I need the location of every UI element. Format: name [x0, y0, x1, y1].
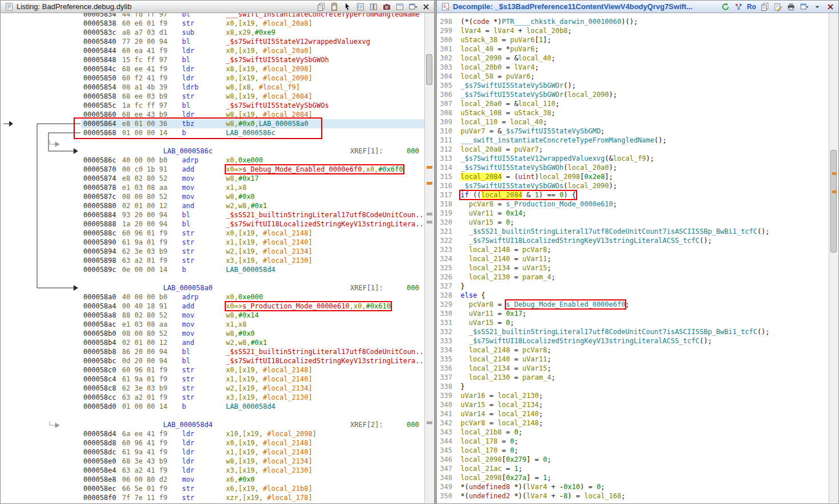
decompile-line[interactable]: 348 local_2098[0x27a] = 1;: [437, 473, 829, 482]
cursor-icon[interactable]: [342, 1, 352, 12]
listing-instruction-row[interactable]: 000058b886 20 00 94bl_$sSS21_builtinStri…: [81, 347, 424, 356]
decompile-line[interactable]: 319 uVar11 = 0x14;: [437, 209, 829, 218]
listing-instruction-row[interactable]: 000058d860 96 41 f9ldrx0,[x19, #local_21…: [81, 438, 424, 448]
decompile-line[interactable]: 305 _$s7SwiftUI5StateVySbGWOr();: [437, 81, 829, 90]
decompile-line[interactable]: 315 local_2084 = (uint)local_2098[0x2e8]…: [437, 172, 829, 181]
listing-instruction-row[interactable]: 0000587c08 00 80 52movw8,#0x0: [81, 192, 424, 201]
listing-instruction-row[interactable]: 000058a400 40 18 91addx0=>s_Production_M…: [81, 302, 424, 311]
listing-instruction-row[interactable]: 000058b008 00 80 52movw8,#0x0: [81, 329, 424, 338]
listing-titlebar[interactable]: Listing: BadPreference.debug.dylib: [1, 1, 434, 13]
snapshot-icon[interactable]: [381, 1, 392, 12]
listing-instruction-row[interactable]: 0000588493 20 00 94bl_$sSS21_builtinStri…: [81, 210, 424, 220]
decompile-line[interactable]: 321 _$sSS21_builtinStringLiteral17utf8Co…: [437, 227, 829, 236]
decompile-line[interactable]: 299 lVar4 = lVar4 + local_20b8;: [437, 26, 829, 35]
decompile-scrollbar-thumb[interactable]: [830, 150, 837, 253]
decompile-line[interactable]: 312 local_20a8 = puVar7;: [437, 145, 829, 154]
decompile-line[interactable]: 349 *(undefined8 *)(lVar4 + -0x10) = 0;: [437, 482, 829, 491]
listing-instruction-row[interactable]: 000058dc61 9a 41 f9ldrx1,[x19, #local_21…: [81, 448, 424, 457]
listing-instruction-row[interactable]: 0000583444 fd ff 97bl___swift_instantiat…: [81, 13, 424, 19]
decompile-line[interactable]: 306 _$s7SwiftUI5StateVySbGWOr(local_2090…: [437, 90, 829, 99]
listing-instruction-row[interactable]: 0000587000 c0 1b 91addx0=>s_Debug_Mode_E…: [81, 165, 424, 174]
listing-instruction-row[interactable]: 0000586801 00 00 14bLAB_0000586c: [81, 128, 424, 137]
decompile-line[interactable]: 339 uVar16 = local_2130;: [437, 391, 829, 400]
decompile-line[interactable]: 350 *(undefined2 *)(lVar4 + -8) = local_…: [437, 491, 829, 501]
paste-icon[interactable]: [329, 1, 339, 12]
listing-instruction-row[interactable]: 000058b402 01 00 12andw2,w8,#0x1: [81, 338, 424, 347]
decompile-line[interactable]: 325 local_2134 = uVar15;: [437, 263, 829, 273]
decompile-line[interactable]: 307 local_20a0 = &local_110;: [437, 99, 829, 108]
listing-instruction-row[interactable]: 000058a040 00 00 b0adrpx0,0xe000: [81, 292, 424, 302]
decompile-line[interactable]: 336 local_2134 = uVar15;: [437, 364, 829, 373]
close-icon[interactable]: [825, 1, 836, 12]
decompile-line[interactable]: 316 _$s7SwiftUI5StateVySbGWOs(local_2090…: [437, 181, 829, 190]
decompile-line[interactable]: 323 local_2148 = pcVar8;: [437, 245, 829, 254]
close-icon[interactable]: [420, 1, 431, 12]
toggle-header-icon[interactable]: [394, 1, 405, 12]
copy-icon[interactable]: [759, 1, 770, 12]
decompile-line[interactable]: 327 }: [437, 282, 829, 291]
listing-instruction-row[interactable]: 000058c461 9a 01 f9strx1,[x19, #local_21…: [81, 375, 424, 384]
decompile-line[interactable]: 343 local_21b8 = 0;: [437, 428, 829, 437]
listing-instruction-row[interactable]: 000058a888 02 80 52movw8,#0x14: [81, 311, 424, 320]
decompile-line[interactable]: 335 local_2140 = uVar11;: [437, 355, 829, 364]
listing-instruction-row[interactable]: 000058c862 3e 03 b9strw2,[x19, #local_21…: [81, 384, 424, 393]
decompile-line[interactable]: 347 local_21ac = 1;: [437, 464, 829, 473]
listing-instruction-row[interactable]: 0000584c68 ee 41 f9ldrx8,[x19, #local_20…: [81, 64, 424, 74]
ro-button[interactable]: Ro: [746, 1, 757, 12]
listing-instruction-row[interactable]: 000058e806 00 80 d2movx6,#0x0: [81, 475, 424, 484]
decompile-line[interactable]: 304 local_58 = puVar6;: [437, 72, 829, 81]
decompile-scrollbar[interactable]: [829, 13, 838, 503]
decompile-line[interactable]: 311 ___swift_instantiateConcreteTypeFrom…: [437, 136, 829, 145]
listing-instruction-row[interactable]: 0000585408 a1 4b 39ldrbw8,[x8, #local_f9…: [81, 83, 424, 92]
listing-instruction-row[interactable]: 0000589c0e 00 00 14bLAB_000058d4: [81, 265, 424, 274]
decompile-line[interactable]: 326 local_2130 = param_4;: [437, 273, 829, 282]
graph-icon[interactable]: [733, 1, 744, 12]
decompile-line[interactable]: 322 _$s7SwiftUI18LocalizedStringKeyV13st…: [437, 236, 829, 245]
decompile-line[interactable]: 340 uVar15 = local_2134;: [437, 400, 829, 409]
decompile-line[interactable]: 310 puVar7 = &_$s7SwiftUI5StateVySbGMD;: [437, 127, 829, 136]
export-edit-icon[interactable]: [772, 1, 783, 12]
decompile-line[interactable]: 303 local_20b0 = lVar4;: [437, 63, 829, 72]
decompile-line[interactable]: 328 else {: [437, 291, 829, 300]
listing-instruction-row[interactable]: 0000584077 20 00 94bl_$s7SwiftUI5StateV1…: [81, 37, 424, 46]
listing-scrollbar[interactable]: [424, 13, 433, 503]
decompile-line[interactable]: 313 _$s7SwiftUI5StateV12wrappedValuexvg(…: [437, 154, 829, 163]
listing-instruction-row[interactable]: 000058ace1 03 08 aamovx1,x8: [81, 320, 424, 329]
decompile-line[interactable]: 298 (*(code *)PTR____chkstk_darwin_00010…: [437, 17, 829, 26]
decompile-line[interactable]: 342 pcVar8 = local_2148;: [437, 418, 829, 428]
window-menu-icon[interactable]: [407, 1, 418, 12]
listing-instruction-row[interactable]: 00005874e8 02 80 52movw8,#0x17: [81, 174, 424, 183]
listing-instruction-row[interactable]: 0000585c1a fc ff 97bl_$s7SwiftUI5StateVy…: [81, 101, 424, 110]
listing-instruction-row[interactable]: 00005878e1 03 08 aamovx1,x8: [81, 183, 424, 192]
listing-instruction-row[interactable]: 0000585060 f2 41 f9ldrx0,[x19, #local_20…: [81, 74, 424, 83]
listing-instruction-row[interactable]: 000058881a 20 00 94bl_$s7SwiftUI18Locali…: [81, 220, 424, 229]
decompile-line[interactable]: 333 _$s7SwiftUI18LocalizedStringKeyV13st…: [437, 336, 829, 346]
decompile-line[interactable]: 324 local_2140 = uVar11;: [437, 254, 829, 263]
decompile-line[interactable]: 330 uVar11 = 0x17;: [437, 309, 829, 318]
decompile-line[interactable]: 338 }: [437, 382, 829, 391]
decompile-line[interactable]: 314 _$s7SwiftUI5StateVySbGWOh(local_20a0…: [437, 163, 829, 172]
re-decompile-icon[interactable]: [720, 1, 731, 12]
decompile-line[interactable]: 331 uVar15 = 0;: [437, 318, 829, 327]
diff-view-icon[interactable]: [368, 1, 379, 12]
listing-instruction-row[interactable]: 0000585868 ee 03 b9strw8,[x19, #local_20…: [81, 92, 424, 101]
listing-instruction-row[interactable]: 000058d46a ee 41 f9ldrx10,[x19, #local_2…: [81, 429, 424, 438]
listing-instruction-row[interactable]: 0000583860 e6 01 f9strx0,[x19, #local_20…: [81, 19, 424, 28]
decompile-line[interactable]: 318 pcVar8 = s_Production_Mode_0000e610;: [437, 200, 829, 209]
listing-instruction-row[interactable]: 00005864e8 01 00 36tbzw8,#0x0,LAB_000058…: [81, 119, 424, 128]
decompile-line[interactable]: 337 local_2130 = param_4;: [437, 373, 829, 382]
listing-instruction-row[interactable]: 0000588c60 96 01 f9strx0,[x19, #local_21…: [81, 229, 424, 238]
chevron-down-icon[interactable]: [812, 1, 822, 12]
decompile-line[interactable]: 302 local_2090 = &local_40;: [437, 54, 829, 63]
listing-instruction-row[interactable]: 000058cc63 a2 01 f9strx3,[x19, #local_21…: [81, 393, 424, 402]
listing-scrollbar-thumb[interactable]: [426, 54, 432, 85]
decompile-line[interactable]: 345 local_170 = 0;: [437, 446, 829, 455]
listing-instruction-row[interactable]: 0000586c40 00 00 b0adrpx0,0xe000: [81, 156, 424, 165]
listing-instruction-row[interactable]: 0000588002 01 00 12andw2,w8,#0x1: [81, 201, 424, 210]
decompile-line[interactable]: 317 if ((local_2084 & 1) == 0) {: [437, 190, 829, 200]
listing-instruction-row[interactable]: 000058e068 3e 43 b9ldrw8,[x19, #local_21…: [81, 457, 424, 466]
decompile-line[interactable]: 334 local_2148 = pcVar8;: [437, 346, 829, 355]
format-fields-icon[interactable]: [355, 1, 366, 12]
decompile-line[interactable]: 332 _$sSS21_builtinStringLiteral17utf8Co…: [437, 327, 829, 336]
decompile-line[interactable]: 344 local_178 = 0;: [437, 437, 829, 446]
